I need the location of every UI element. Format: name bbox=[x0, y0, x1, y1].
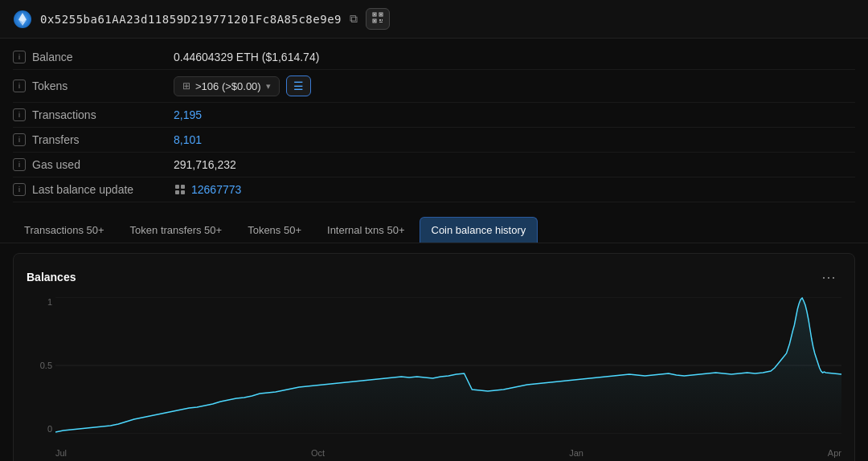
transfers-value[interactable]: 8,101 bbox=[174, 133, 202, 146]
gas-used-row: i Gas used 291,716,232 bbox=[13, 153, 855, 177]
x-label-jul: Jul bbox=[55, 448, 67, 458]
x-axis-labels: Jul Oct Jan Apr bbox=[55, 445, 841, 458]
header-bar: 0x5255ba61AA23d11859D219771201Fc8A85c8e9… bbox=[0, 0, 868, 39]
last-balance-row: i Last balance update 12667773 bbox=[13, 177, 855, 202]
svg-rect-16 bbox=[181, 190, 185, 194]
last-balance-block[interactable]: 12667773 bbox=[191, 183, 241, 196]
grid-icon: ⊞ bbox=[182, 80, 190, 92]
gas-icon: i bbox=[13, 158, 26, 171]
eth-logo-icon bbox=[13, 10, 32, 29]
balance-row: i Balance 0.44604329 ETH ($1,614.74) bbox=[13, 45, 855, 70]
y-label-1: 1 bbox=[47, 297, 52, 307]
tab-transactions[interactable]: Transactions 50+ bbox=[13, 218, 116, 243]
transfers-label: i Transfers bbox=[13, 133, 174, 146]
transactions-row: i Transactions 2,195 bbox=[13, 103, 855, 128]
transfers-icon: i bbox=[13, 133, 26, 146]
transfers-row: i Transfers 8,101 bbox=[13, 128, 855, 153]
svg-rect-13 bbox=[175, 185, 179, 189]
svg-rect-11 bbox=[382, 19, 383, 21]
x-label-jan: Jan bbox=[569, 448, 583, 458]
tab-internal-txns[interactable]: Internal txns 50+ bbox=[316, 218, 416, 243]
svg-rect-9 bbox=[374, 20, 375, 22]
tokens-icon: i bbox=[13, 80, 26, 92]
y-label-0: 0 bbox=[47, 424, 52, 434]
x-label-oct: Oct bbox=[311, 448, 325, 458]
chart-svg-wrapper bbox=[55, 297, 841, 434]
gas-used-label: i Gas used bbox=[13, 158, 174, 171]
svg-rect-12 bbox=[379, 22, 383, 22]
tokens-label: i Tokens bbox=[13, 80, 174, 92]
svg-rect-14 bbox=[181, 185, 185, 189]
chart-menu-button[interactable]: ⋯ bbox=[817, 267, 841, 288]
qr-button[interactable] bbox=[366, 8, 390, 30]
svg-rect-5 bbox=[374, 14, 375, 15]
tab-token-transfers[interactable]: Token transfers 50+ bbox=[119, 218, 234, 243]
chart-container: Balances ⋯ 1 0.5 0 bbox=[13, 253, 855, 461]
x-label-apr: Apr bbox=[828, 448, 841, 458]
last-balance-icon: i bbox=[13, 183, 26, 196]
chart-area: 1 0.5 0 bbox=[27, 297, 841, 458]
token-dropdown-text: >106 (>$0.00) bbox=[195, 80, 261, 92]
balance-icon: i bbox=[13, 51, 26, 63]
svg-rect-10 bbox=[379, 19, 381, 21]
svg-rect-15 bbox=[175, 190, 179, 194]
transactions-icon: i bbox=[13, 108, 26, 121]
transactions-label: i Transactions bbox=[13, 108, 174, 121]
transactions-value[interactable]: 2,195 bbox=[174, 108, 202, 121]
chart-header: Balances ⋯ bbox=[27, 267, 841, 288]
block-icon bbox=[174, 183, 186, 196]
wallet-address: 0x5255ba61AA23d11859D219771201Fc8A85c8e9… bbox=[40, 13, 342, 26]
chart-title: Balances bbox=[27, 271, 76, 284]
balance-label: i Balance bbox=[13, 51, 174, 63]
tabs-bar: Transactions 50+ Token transfers 50+ Tok… bbox=[0, 209, 868, 243]
token-filter-dropdown[interactable]: ⊞ >106 (>$0.00) ▾ bbox=[174, 76, 280, 96]
gas-used-value: 291,716,232 bbox=[174, 158, 236, 171]
svg-rect-7 bbox=[380, 14, 382, 15]
tokens-row: i Tokens ⊞ >106 (>$0.00) ▾ ☰ bbox=[13, 70, 855, 103]
list-view-button[interactable]: ☰ bbox=[286, 75, 311, 96]
tab-coin-balance-history[interactable]: Coin balance history bbox=[420, 217, 538, 243]
tab-tokens[interactable]: Tokens 50+ bbox=[236, 218, 313, 243]
last-balance-label: i Last balance update bbox=[13, 183, 174, 196]
chevron-down-icon: ▾ bbox=[266, 81, 271, 92]
last-balance-value-wrapper: 12667773 bbox=[174, 183, 241, 196]
y-axis-labels: 1 0.5 0 bbox=[27, 297, 55, 434]
copy-icon[interactable]: ⧉ bbox=[350, 12, 358, 26]
balance-value: 0.44604329 ETH ($1,614.74) bbox=[174, 51, 319, 63]
info-grid: i Balance 0.44604329 ETH ($1,614.74) i T… bbox=[0, 39, 868, 209]
y-label-05: 0.5 bbox=[40, 361, 52, 370]
tokens-controls: ⊞ >106 (>$0.00) ▾ ☰ bbox=[174, 75, 311, 96]
balance-chart-svg bbox=[55, 297, 841, 434]
